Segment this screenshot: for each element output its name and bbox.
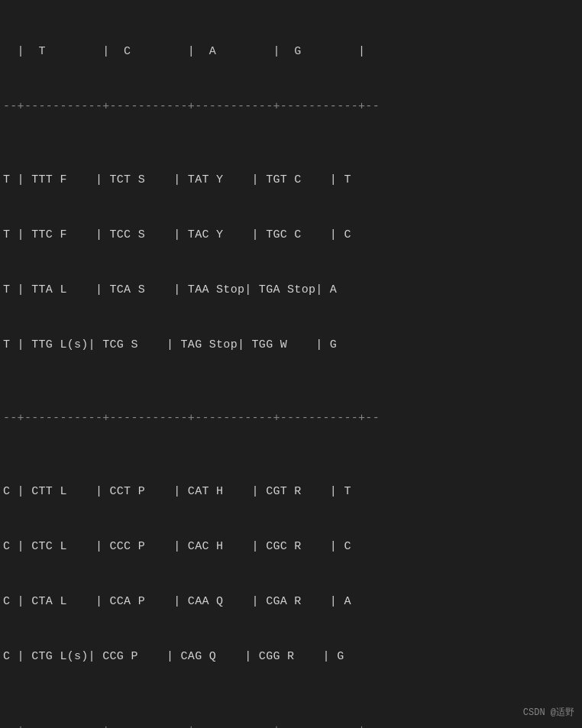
separator-1: --+-----------+-----------+-----------+-… xyxy=(0,409,582,428)
row-ctg: C | CTG L(s)| CCG P | CAG Q | CGG R | G xyxy=(0,648,582,666)
row-ctt: C | CTT L | CCT P | CAT H | CGT R | T xyxy=(0,483,582,501)
header-row: | T | C | A | G | xyxy=(0,43,582,61)
separator-2: --+-----------+-----------+-----------+-… xyxy=(0,721,582,728)
codon-table: | T | C | A | G | --+-----------+-------… xyxy=(0,0,582,728)
row-ttc: T | TTC F | TCC S | TAC Y | TGC C | C xyxy=(0,226,582,244)
row-cta: C | CTA L | CCA P | CAA Q | CGA R | A xyxy=(0,593,582,611)
row-ttg: T | TTG L(s)| TCG S | TAG Stop| TGG W | … xyxy=(0,336,582,354)
row-tta: T | TTA L | TCA S | TAA Stop| TGA Stop| … xyxy=(0,281,582,299)
separator-top: --+-----------+-----------+-----------+-… xyxy=(0,98,582,116)
watermark: CSDN @适野 xyxy=(523,706,574,720)
row-ttt: T | TTT F | TCT S | TAT Y | TGT C | T xyxy=(0,171,582,189)
row-ctc: C | CTC L | CCC P | CAC H | CGC R | C xyxy=(0,538,582,556)
